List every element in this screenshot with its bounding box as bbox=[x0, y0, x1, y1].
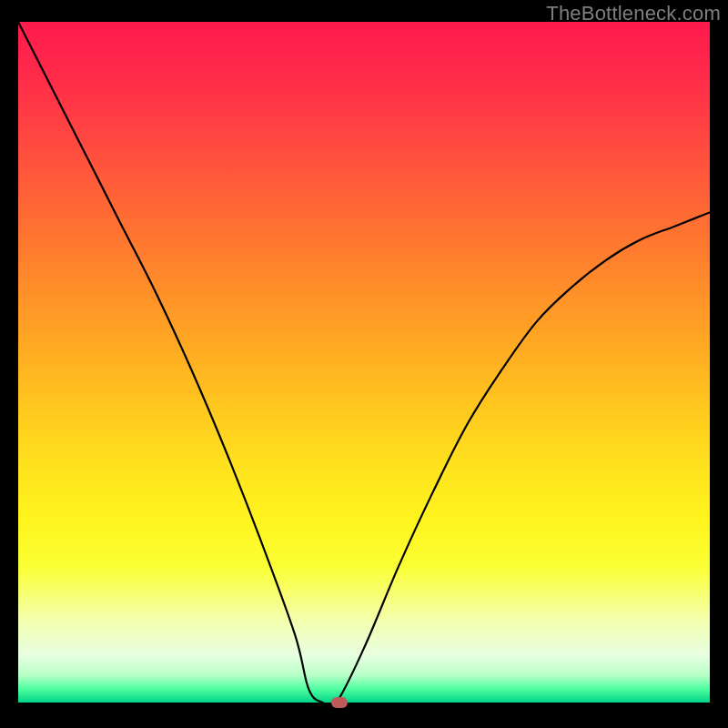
plot-background bbox=[18, 22, 710, 703]
watermark-text: TheBottleneck.com bbox=[546, 2, 721, 25]
optimum-marker bbox=[331, 697, 348, 708]
chart-frame: TheBottleneck.com bbox=[0, 0, 728, 728]
